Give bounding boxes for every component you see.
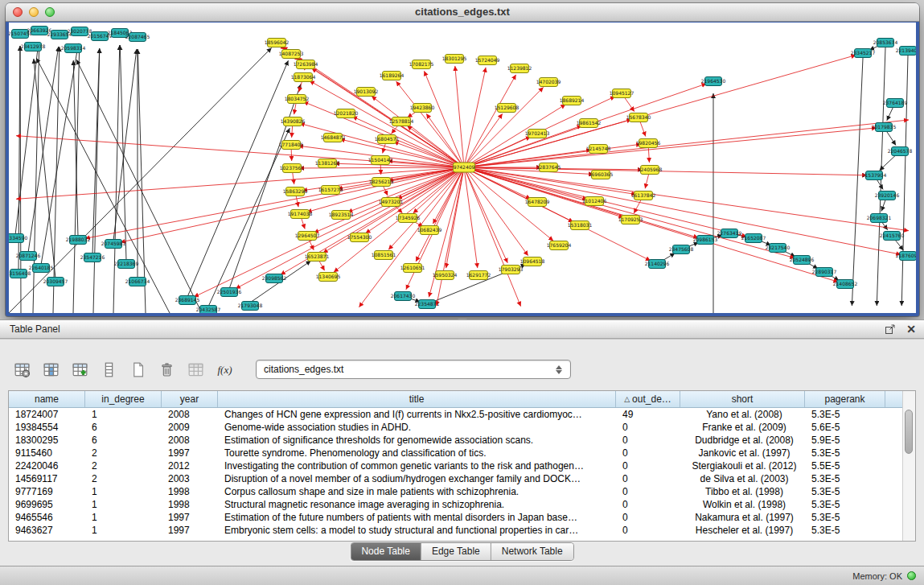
graph-node-teal[interactable]: 20871246 xyxy=(16,252,41,261)
graph-node-yellow[interactable]: 17082175 xyxy=(409,60,434,69)
graph-edge-black[interactable] xyxy=(28,47,59,253)
graph-edge-red[interactable] xyxy=(310,80,464,167)
graph-node-teal[interactable]: 21964530 xyxy=(701,77,726,86)
graph-node-yellow[interactable]: 14390826 xyxy=(281,117,306,126)
graph-edge-black[interactable] xyxy=(187,60,288,297)
delete-table-icon[interactable] xyxy=(156,359,178,380)
graph-edge-red[interactable] xyxy=(464,167,901,254)
graph-node-yellow[interactable]: 12405968 xyxy=(638,166,663,175)
graph-node-teal[interactable]: 22046578 xyxy=(888,147,913,156)
graph-node-yellow[interactable]: 10682439 xyxy=(417,226,442,235)
graph-node-teal[interactable]: 23217540 xyxy=(766,244,791,253)
graph-node-yellow[interactable]: 14973201 xyxy=(379,198,404,207)
graph-node-teal[interactable]: 22354871 xyxy=(415,300,440,309)
column-header-pagerank[interactable]: pagerank xyxy=(805,391,885,407)
graph-node-yellow[interactable]: 19702413 xyxy=(525,130,550,138)
graph-node-yellow[interactable]: 11504142 xyxy=(368,156,393,165)
graph-node-yellow[interactable]: 11873064 xyxy=(291,73,316,82)
graph-node-yellow[interactable]: 14702039 xyxy=(536,78,561,87)
graph-node-teal[interactable]: 22139408 xyxy=(896,47,916,56)
graph-node-yellow[interactable]: 16523871 xyxy=(305,253,330,262)
graph-node-teal[interactable]: 22218369 xyxy=(114,260,139,269)
graph-node-yellow[interactable]: 18034752 xyxy=(285,95,310,104)
graph-edge-black[interactable] xyxy=(92,48,100,254)
graph-node-hub[interactable]: 9742409 xyxy=(454,163,475,172)
graph-node-yellow[interactable]: 18301295 xyxy=(442,55,467,64)
graph-node-teal[interactable]: 21652087 xyxy=(741,234,766,243)
graph-node-yellow[interactable]: 19174038 xyxy=(288,210,313,219)
graph-node-yellow[interactable]: 11340695 xyxy=(316,273,341,282)
graph-edge-black[interactable] xyxy=(113,45,120,313)
graph-node-teal[interactable]: 22890317 xyxy=(812,268,837,277)
table-scrollbar-thumb[interactable] xyxy=(905,410,913,454)
graph-node-teal[interactable]: 21334590 xyxy=(9,234,27,243)
graph-node-yellow[interactable]: 18256219 xyxy=(369,178,394,187)
graph-node-teal[interactable]: 20853674 xyxy=(873,39,898,47)
column-header-short[interactable]: short xyxy=(680,391,805,407)
graph-node-teal[interactable]: 23098562 xyxy=(262,274,287,283)
graph-node-teal[interactable]: 20617430 xyxy=(391,292,416,301)
graph-node-teal[interactable]: 20309457 xyxy=(43,278,68,286)
graph-node-yellow[interactable]: 10964518 xyxy=(520,257,545,266)
graph-node-yellow[interactable]: 16804571 xyxy=(375,135,400,144)
tab-network-table[interactable]: Network Table xyxy=(491,543,573,560)
graph-edge-red[interactable] xyxy=(464,167,867,175)
graph-node-teal[interactable]: 23156408 xyxy=(9,270,31,278)
graph-edge-black[interactable] xyxy=(901,56,908,306)
graph-node-teal[interactable]: 22501936 xyxy=(217,288,242,297)
graph-node-teal[interactable]: 20179835 xyxy=(872,123,897,132)
graph-node-yellow[interactable]: 11239812 xyxy=(507,64,532,73)
graph-node-teal[interactable]: 23475608 xyxy=(669,245,694,254)
graph-node-yellow[interactable]: 12145748 xyxy=(586,145,611,154)
graph-edge-red[interactable] xyxy=(359,167,464,307)
graph-node-yellow[interactable]: 17718405 xyxy=(279,141,304,150)
table-row[interactable]: 2242004622012Investigating the contribut… xyxy=(9,459,902,472)
graph-edge-red[interactable] xyxy=(464,75,516,167)
table-settings-icon[interactable] xyxy=(11,359,33,380)
table-scrollbar[interactable] xyxy=(902,391,915,541)
graph-node-teal[interactable]: 23689145 xyxy=(175,296,200,305)
graph-node-yellow[interactable]: 11709253 xyxy=(618,216,643,225)
graph-node-teal[interactable]: 20598314 xyxy=(61,44,86,53)
graph-node-teal[interactable]: 20986153 xyxy=(693,236,718,245)
graph-node-yellow[interactable]: 12578814 xyxy=(389,117,414,126)
column-header-name[interactable]: name xyxy=(9,391,85,407)
tab-edge-table[interactable]: Edge Table xyxy=(421,543,491,560)
graph-node-yellow[interactable]: 19013092 xyxy=(354,88,379,97)
network-canvas[interactable]: 2150745020663926229336542302077820156749… xyxy=(9,23,916,313)
graph-node-yellow[interactable]: 16157278 xyxy=(318,186,343,195)
graph-node-teal[interactable]: 23345217 xyxy=(851,49,876,58)
graph-node-yellow[interactable]: 12021820 xyxy=(334,109,359,118)
graph-node-yellow[interactable]: 10945127 xyxy=(610,89,634,98)
column-header-year[interactable]: year xyxy=(162,391,218,407)
graph-node-yellow[interactable]: 19861542 xyxy=(577,119,602,128)
graph-node-yellow[interactable]: 16137842 xyxy=(631,192,656,200)
graph-node-yellow[interactable]: 16960365 xyxy=(589,171,614,179)
close-panel-icon[interactable]: ✕ xyxy=(903,322,919,336)
column-header-in_degree[interactable]: in_degree xyxy=(85,391,162,407)
graph-node-yellow[interactable]: 12837645 xyxy=(536,163,561,172)
graph-node-teal[interactable]: 20745981 xyxy=(101,240,126,249)
graph-node-yellow[interactable]: 15950324 xyxy=(433,271,458,280)
show-columns-icon[interactable] xyxy=(40,359,62,380)
graph-node-yellow[interactable]: 11381268 xyxy=(315,159,340,168)
network-graph[interactable]: 2150745020663926229336542302077820156749… xyxy=(9,23,916,313)
graph-edge-red[interactable] xyxy=(464,167,795,258)
graph-edge-black[interactable] xyxy=(120,45,126,261)
graph-edge-black[interactable] xyxy=(93,48,100,313)
network-window-titlebar[interactable]: citations_edges.txt xyxy=(6,3,919,22)
graph-node-teal[interactable]: 20432587 xyxy=(196,306,221,314)
graph-node-teal[interactable]: 20698321 xyxy=(867,214,892,223)
graph-node-yellow[interactable]: 19820456 xyxy=(636,139,661,148)
graph-node-yellow[interactable]: 17345926 xyxy=(396,214,421,223)
graph-edge-black[interactable] xyxy=(53,47,60,313)
table-row[interactable]: 977716911998Corpus callosum shape and si… xyxy=(9,485,902,498)
graph-node-teal[interactable]: 21408652 xyxy=(833,280,858,289)
graph-node-teal[interactable]: 22763419 xyxy=(717,229,742,238)
float-panel-icon[interactable] xyxy=(882,322,898,336)
graph-node-teal[interactable]: 21140296 xyxy=(645,260,670,269)
graph-edge-black[interactable] xyxy=(9,47,272,313)
new-table-icon[interactable] xyxy=(127,359,149,380)
graph-node-teal[interactable]: 21876093 xyxy=(896,252,916,261)
graph-node-yellow[interactable]: 16478209 xyxy=(525,198,550,207)
